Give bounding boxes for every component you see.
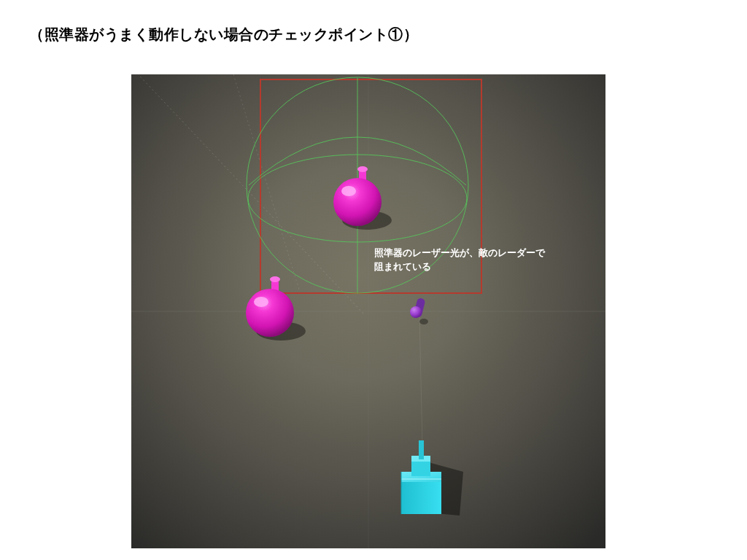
svg-point-11 [246,289,294,337]
svg-rect-17 [401,479,441,514]
annotation-line-2: 阻まれている [374,261,431,272]
annotation-line-1: 照準器のレーザー光が、敵のレーダーで [374,247,546,258]
svg-point-7 [341,186,356,196]
svg-point-5 [357,166,368,172]
page-title: （照準器がうまく動作しない場合のチェックポイント①） [29,25,418,44]
unity-scene-viewport: 照準器のレーザー光が、敵のレーダーで 阻まれている [131,74,605,548]
svg-point-10 [270,276,280,282]
svg-point-14 [419,319,428,324]
svg-point-6 [333,178,382,226]
svg-point-16 [410,306,422,318]
page-root: （照準器がうまく動作しない場合のチェックポイント①） [0,0,747,560]
svg-rect-21 [419,440,424,459]
svg-point-12 [254,297,268,307]
